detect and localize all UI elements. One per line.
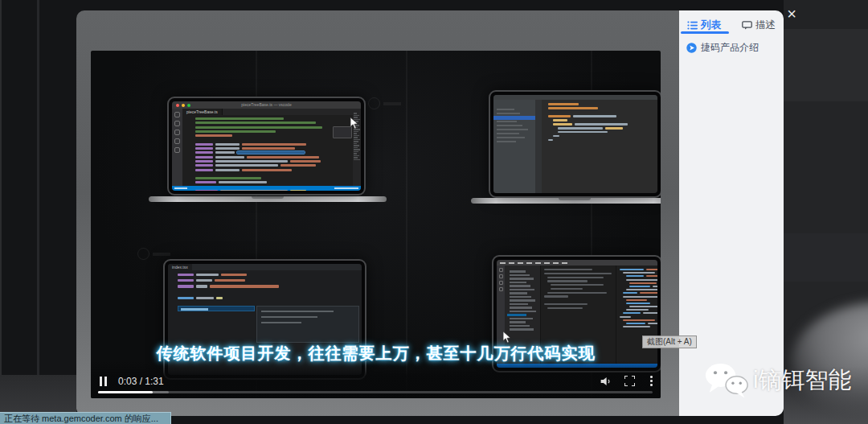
playlist-sidebar: 列表 描述 捷码产品介绍	[679, 10, 784, 416]
vscode-titlebar: pieceTreeBase.ts — vscode	[172, 101, 361, 109]
vscode-activity-bar	[172, 109, 182, 186]
fullscreen-icon[interactable]	[624, 376, 635, 386]
mouse-cursor-icon	[350, 117, 358, 130]
intellij-project-panel	[493, 100, 535, 193]
play-bullet-icon	[686, 43, 697, 53]
progress-played	[98, 391, 153, 394]
tab-list[interactable]: 列表	[687, 17, 721, 33]
laptop-base	[149, 196, 387, 202]
vscode-editor-tab: pieceTreeBase.ts	[182, 109, 223, 115]
intellij-selected-row	[493, 116, 535, 120]
autocomplete-doc-popup	[256, 306, 359, 343]
autocomplete-selected-row	[178, 306, 255, 311]
pause-button[interactable]	[99, 377, 108, 386]
intellij-code-editor	[542, 100, 657, 193]
editor-tab: index.tsx	[168, 264, 192, 270]
laptop-screen	[489, 90, 661, 198]
playlist-item[interactable]: 捷码产品介绍	[679, 33, 784, 55]
tab-description[interactable]: 描述	[742, 17, 776, 33]
vscode-window: pieceTreeBase.ts — vscode	[172, 101, 361, 191]
video-controls-bar: 0:03 / 1:31	[91, 361, 661, 398]
close-button[interactable]: ×	[783, 4, 800, 23]
explorer-icon	[499, 268, 503, 272]
vscode-code-editor	[182, 115, 353, 191]
time-display: 0:03 / 1:31	[118, 376, 164, 387]
vscode-menu-bar	[497, 260, 657, 266]
debug-icon	[499, 287, 503, 291]
intellij-window	[493, 95, 657, 193]
comment-icon	[742, 21, 752, 30]
editor-tab-bar: index.tsx	[168, 264, 362, 270]
tab-list-label: 列表	[701, 19, 721, 32]
vscode-window-title: pieceTreeBase.ts — vscode	[172, 101, 361, 109]
page: pieceTreeBase.ts — vscode	[0, 0, 868, 424]
background-band	[784, 233, 868, 282]
video-player[interactable]: pieceTreeBase.ts — vscode	[91, 51, 661, 398]
mouse-cursor-icon	[502, 331, 511, 344]
browser-status-text: 正在等待 meta.gemcoder.com 的响应...	[0, 412, 171, 424]
volume-icon[interactable]	[600, 376, 612, 387]
brand-watermark-text: i镝铒智能	[753, 364, 851, 397]
laptop-base	[471, 198, 661, 204]
screenshot-tooltip: 截图(Alt + A)	[642, 335, 697, 348]
source-control-icon	[499, 281, 503, 285]
background-panel-line	[0, 0, 2, 382]
background-right	[784, 0, 868, 424]
faint-watermark-ring	[368, 97, 380, 109]
debug-icon	[174, 138, 180, 144]
source-control-icon	[174, 130, 180, 135]
background-panel-line	[37, 0, 39, 382]
sidebar-tabs: 列表 描述	[679, 10, 784, 33]
laptop-screen: pieceTreeBase.ts — vscode	[167, 97, 366, 196]
video-frame-area: pieceTreeBase.ts — vscode	[76, 10, 679, 416]
faint-watermark-ring	[137, 248, 149, 260]
vscode-tab-bar: pieceTreeBase.ts	[182, 109, 353, 115]
wechat-icon	[704, 361, 749, 400]
explorer-icon	[174, 112, 180, 117]
background-band	[784, 29, 868, 101]
extensions-icon	[174, 147, 180, 153]
playlist-item-label: 捷码产品介绍	[701, 41, 759, 55]
search-icon	[499, 274, 503, 278]
progress-bar[interactable]	[98, 391, 653, 394]
intellij-gutter	[535, 100, 542, 193]
video-lightbox-modal: pieceTreeBase.ts — vscode	[76, 10, 784, 416]
tab-description-label: 描述	[755, 19, 776, 32]
brand-watermark: i镝铒智能	[704, 361, 851, 400]
list-icon	[687, 21, 698, 30]
search-icon	[174, 121, 180, 126]
more-options-icon[interactable]	[649, 375, 653, 387]
active-tab-underline	[681, 31, 729, 34]
